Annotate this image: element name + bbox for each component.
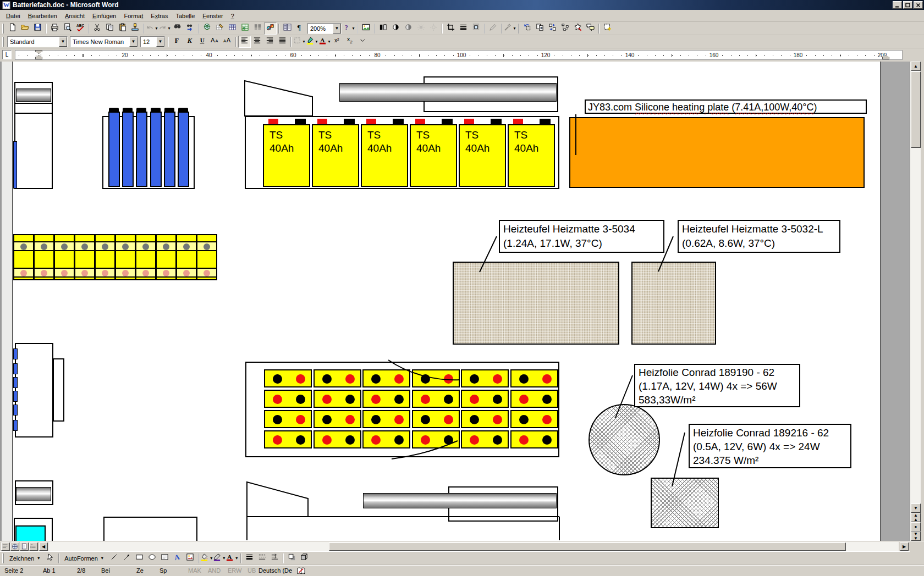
font-color-button[interactable]: A▾ xyxy=(318,36,331,48)
line-style-button[interactable] xyxy=(243,552,256,564)
document-map-button[interactable] xyxy=(281,23,294,35)
fill-color-button[interactable]: ▾ xyxy=(201,552,213,564)
dotted-pack-cell[interactable] xyxy=(264,369,312,387)
strip-cell[interactable] xyxy=(116,235,136,279)
line-color-button[interactable]: ▾ xyxy=(213,552,226,564)
horizontal-scroll-thumb[interactable] xyxy=(329,542,846,551)
blue-cell-sliver[interactable] xyxy=(13,141,17,189)
size-combo[interactable]: 12▼ xyxy=(140,36,165,47)
set-transparent-button[interactable]: ▾ xyxy=(504,23,516,35)
heizfolie-label-2[interactable]: Heizfolie Conrad 189216 - 62 (0.5A, 12V,… xyxy=(689,424,851,468)
word-art-button[interactable]: A xyxy=(171,552,184,564)
shape-oval-button[interactable] xyxy=(146,552,158,564)
align-right-button[interactable] xyxy=(263,36,276,48)
redo-button[interactable]: ▾ xyxy=(158,23,171,35)
heat-mat-1[interactable] xyxy=(453,262,619,345)
dotted-pack-cell[interactable] xyxy=(510,369,558,387)
grow-font-button[interactable]: AA xyxy=(208,36,221,48)
battery-cell-ts[interactable]: TS40Ah xyxy=(459,124,506,187)
previous-page-button[interactable]: ▲▲ xyxy=(911,513,921,522)
insert-hyperlink-button[interactable] xyxy=(201,23,213,35)
outline-view-button[interactable] xyxy=(29,542,38,551)
dotted-pack-cell[interactable] xyxy=(264,430,312,448)
vertical-scrollbar[interactable]: ▲ ▼ ▲▲ ● ▼▼ xyxy=(910,62,921,541)
dotted-pack-cell[interactable] xyxy=(412,430,460,448)
copy-button[interactable] xyxy=(103,23,116,35)
dotted-pack-cell[interactable] xyxy=(461,369,509,387)
more-contrast-button[interactable] xyxy=(389,23,402,35)
select-objects-button[interactable] xyxy=(44,552,57,564)
print-preview-button[interactable] xyxy=(61,23,74,35)
shrink-font-button[interactable]: AA xyxy=(221,36,234,48)
dropdown-arrow-icon[interactable]: ▾ xyxy=(513,26,517,31)
scroll-down-button[interactable]: ▼ xyxy=(911,503,921,513)
silicone-plate-label[interactable]: JY83.com Silicone heating plate (7.41A,1… xyxy=(585,99,867,114)
dotted-pack-cell[interactable] xyxy=(264,390,312,408)
drawing-button[interactable] xyxy=(264,23,277,35)
dotted-pack-cell[interactable] xyxy=(461,410,509,428)
battery-cell-ts[interactable]: TS40Ah xyxy=(263,124,310,187)
font-combo-dropdown-icon[interactable]: ▼ xyxy=(129,37,138,47)
dotted-pack-cell[interactable] xyxy=(412,390,460,408)
cyan-cell-block[interactable] xyxy=(15,525,46,541)
dotted-pack-cell[interactable] xyxy=(362,430,410,448)
menu-item-einfgen[interactable]: Einfügen xyxy=(89,11,120,21)
scroll-right-button[interactable]: ▶ xyxy=(900,542,909,551)
highlight-button[interactable]: ▾ xyxy=(306,36,318,48)
more-brightness-button[interactable] xyxy=(415,23,427,35)
crop-tool-button[interactable] xyxy=(444,23,457,35)
dotted-pack-cell[interactable] xyxy=(362,410,410,428)
strip-cell[interactable] xyxy=(55,235,75,279)
rotate-objects-button[interactable] xyxy=(521,23,534,35)
side-box-mid-left[interactable] xyxy=(15,343,53,437)
menu-item-tabelle[interactable]: Tabelle xyxy=(172,11,199,21)
spelling-status-icon[interactable] xyxy=(297,567,305,576)
metal-rail-bottom[interactable] xyxy=(363,493,557,508)
dotted-pack-cell[interactable] xyxy=(314,369,361,387)
tab-selector-button[interactable]: L xyxy=(2,50,12,59)
minimize-button[interactable] xyxy=(893,1,902,9)
insert-table-button[interactable] xyxy=(226,23,239,35)
image-control-button[interactable] xyxy=(377,23,389,35)
dotted-pack-cell[interactable] xyxy=(362,390,410,408)
format-painter-button[interactable] xyxy=(129,23,141,35)
line-style-button[interactable] xyxy=(457,23,470,35)
dotted-pack-cell[interactable] xyxy=(510,430,558,448)
new-document-button[interactable] xyxy=(6,23,19,35)
help-button[interactable]: ?▾ xyxy=(343,23,355,35)
wedge-shape-bottom[interactable] xyxy=(247,482,308,517)
justify-button[interactable] xyxy=(276,36,289,48)
dotted-pack-cell[interactable] xyxy=(412,410,460,428)
battery-cell-blue[interactable] xyxy=(178,112,189,187)
save-button[interactable] xyxy=(31,23,44,35)
heat-foil-rectangle[interactable] xyxy=(651,478,719,528)
font-combo[interactable]: Times New Roman▼ xyxy=(70,36,138,47)
select-browse-object-button[interactable]: ● xyxy=(911,522,921,531)
heizmatte-label-2[interactable]: Heizteufel Heizmatte 3-5032-L (0.62A, 8.… xyxy=(678,220,840,253)
web-layout-view-button[interactable] xyxy=(10,542,19,551)
dropdown-arrow-icon[interactable]: ▾ xyxy=(234,556,239,561)
menu-item-format[interactable]: Format xyxy=(120,11,147,21)
battery-cell-ts[interactable]: TS40Ah xyxy=(508,124,555,187)
find-button[interactable] xyxy=(171,23,184,35)
insert-picture-button[interactable] xyxy=(360,23,372,35)
horizontal-scrollbar[interactable]: ◀ ▶ xyxy=(0,541,924,551)
add-canvas-button[interactable] xyxy=(601,23,614,35)
strip-cell[interactable] xyxy=(177,235,197,279)
tables-and-borders-button[interactable] xyxy=(213,23,226,35)
side-bar-mid[interactable] xyxy=(53,358,64,422)
dotted-pack-cell[interactable] xyxy=(510,410,558,428)
columns-button[interactable] xyxy=(251,23,264,35)
battery-cell-blue[interactable] xyxy=(122,112,134,187)
shape-arrow-button[interactable] xyxy=(120,552,133,564)
size-combo-dropdown-icon[interactable]: ▼ xyxy=(156,37,164,47)
bold-button[interactable]: F xyxy=(170,36,183,48)
strip-cell[interactable] xyxy=(75,235,96,279)
maximize-button[interactable] xyxy=(903,1,912,9)
heat-foil-circle[interactable] xyxy=(588,404,660,475)
overflow-button[interactable] xyxy=(356,36,369,48)
dotted-pack-cell[interactable] xyxy=(362,369,410,387)
pack-side-strip[interactable] xyxy=(13,234,217,280)
spelling-button[interactable]: ABC xyxy=(74,23,86,35)
italic-button[interactable]: K xyxy=(183,36,196,48)
